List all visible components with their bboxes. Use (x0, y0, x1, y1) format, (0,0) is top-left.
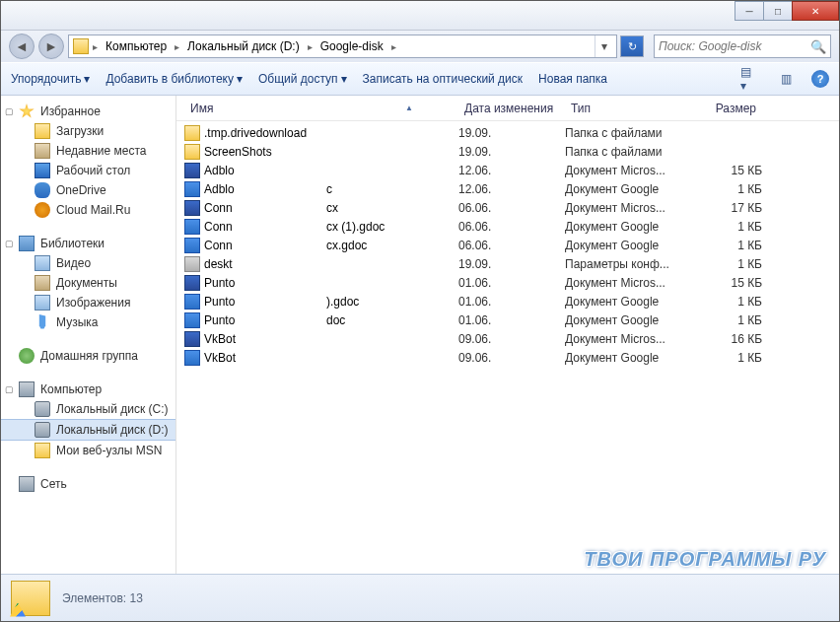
sidebar-item-images[interactable]: Изображения (1, 293, 175, 312)
address-dropdown[interactable]: ▾ (595, 35, 612, 57)
recent-icon (35, 143, 50, 159)
images-icon (35, 295, 50, 311)
file-size: 1 КБ (693, 295, 762, 309)
file-row[interactable]: Conncx.gdoc06.06.Документ Google1 КБ (176, 236, 839, 254)
add-library-menu[interactable]: Добавить в библиотеку ▾ (105, 72, 243, 86)
column-header-date[interactable]: Дата изменения (458, 102, 565, 115)
sidebar-item-downloads[interactable]: Загрузки (1, 121, 175, 141)
forward-button[interactable]: ► (38, 34, 64, 59)
file-row[interactable]: Conncx (1).gdoc06.06.Документ Google1 КБ (176, 217, 839, 236)
chevron-right-icon[interactable]: ▸ (306, 41, 315, 52)
file-row[interactable]: Conncx06.06.Документ Micros...17 КБ (176, 198, 839, 217)
file-date: 09.06. (458, 351, 565, 365)
address-bar[interactable]: ▸ Компьютер ▸ Локальный диск (D:) ▸ Goog… (68, 35, 617, 58)
file-name: Punto (204, 313, 235, 327)
file-name: Punto (204, 295, 235, 309)
search-input[interactable] (659, 39, 810, 53)
sidebar-item-drive-c[interactable]: Локальный диск (C:) (1, 399, 175, 419)
file-name: Punto (204, 276, 235, 290)
file-row[interactable]: Puntodoc01.06.Документ Google1 КБ (176, 311, 839, 329)
gdoc-icon (184, 181, 200, 197)
minimize-button[interactable]: ─ (735, 1, 764, 21)
crumb-drive-d[interactable]: Локальный диск (D:) (183, 39, 304, 53)
sidebar-homegroup[interactable]: Домашняя группа (1, 346, 175, 366)
collapse-icon[interactable]: ▢ (5, 239, 14, 248)
file-type: Параметры конф... (565, 257, 693, 271)
sidebar-item-recent[interactable]: Недавние места (1, 141, 175, 161)
collapse-icon[interactable]: ▢ (5, 384, 14, 394)
file-name: ScreenShots (204, 145, 272, 159)
view-options-icon[interactable]: ▤ ▾ (740, 69, 760, 89)
search-icon[interactable]: 🔍 (810, 39, 826, 54)
file-list[interactable]: .tmp.drivedownload19.09.Папка с файламиS… (176, 121, 839, 574)
file-row[interactable]: Punto).gdoc01.06.Документ Google1 КБ (176, 292, 839, 311)
sidebar-favorites[interactable]: ▢Избранное (1, 102, 175, 121)
maximize-button[interactable]: □ (763, 1, 793, 21)
file-size: 1 КБ (693, 239, 762, 252)
file-name-ext: cx (1).gdoc (326, 220, 458, 234)
sidebar-item-desktop[interactable]: Рабочий стол (1, 161, 175, 180)
file-name-ext: cx (326, 201, 458, 215)
crumb-google-disk[interactable]: Google-disk (316, 39, 387, 53)
drive-icon (35, 401, 50, 417)
organize-menu[interactable]: Упорядочить ▾ (11, 72, 90, 86)
file-row[interactable]: VkBot09.06.Документ Google1 КБ (176, 348, 839, 367)
sidebar-item-video[interactable]: Видео (1, 253, 175, 273)
column-header-name[interactable]: Имя▲ (184, 102, 458, 115)
file-row[interactable]: ScreenShots19.09.Папка с файлами (176, 142, 839, 161)
file-row[interactable]: .tmp.drivedownload19.09.Папка с файлами (176, 123, 839, 142)
file-type: Документ Micros... (565, 332, 693, 346)
titlebar: ─ □ ✕ (1, 1, 839, 31)
help-icon[interactable]: ? (811, 70, 829, 88)
file-date: 09.06. (458, 332, 565, 346)
file-name: Conn (204, 239, 233, 252)
nav-bar: ◄ ► ▸ Компьютер ▸ Локальный диск (D:) ▸ … (1, 31, 839, 62)
homegroup-icon (19, 348, 35, 364)
sidebar-item-onedrive[interactable]: OneDrive (1, 180, 175, 200)
file-date: 01.06. (458, 313, 565, 327)
file-type: Документ Micros... (565, 201, 693, 215)
back-button[interactable]: ◄ (9, 34, 35, 59)
chevron-right-icon[interactable]: ▸ (91, 41, 100, 52)
file-name-ext: c (326, 182, 458, 196)
file-list-pane: Имя▲ Дата изменения Тип Размер .tmp.driv… (176, 96, 839, 574)
sidebar-libraries[interactable]: ▢Библиотеки (1, 234, 175, 253)
file-name: Adblo (204, 164, 235, 177)
downloads-icon (35, 123, 50, 139)
file-name: Conn (204, 201, 233, 215)
sidebar-computer[interactable]: ▢Компьютер (1, 380, 175, 399)
sidebar-item-documents[interactable]: Документы (1, 273, 175, 293)
sidebar-item-music[interactable]: Музыка (1, 312, 175, 332)
folder-icon (184, 125, 200, 141)
crumb-computer[interactable]: Компьютер (102, 39, 171, 53)
file-name-ext: cx.gdoc (326, 239, 458, 252)
close-button[interactable]: ✕ (792, 1, 839, 21)
sidebar-item-msn[interactable]: Мои веб-узлы MSN (1, 441, 175, 460)
sidebar-network[interactable]: Сеть (1, 474, 175, 494)
preview-pane-icon[interactable]: ▥ (776, 69, 796, 89)
file-row[interactable]: deskt19.09.Параметры конф...1 КБ (176, 254, 839, 273)
file-type: Документ Google (565, 313, 693, 327)
file-date: 06.06. (458, 239, 565, 252)
documents-icon (35, 275, 50, 291)
share-menu[interactable]: Общий доступ ▾ (258, 72, 347, 86)
refresh-button[interactable]: ↻ (620, 35, 644, 57)
sidebar-item-cloudmail[interactable]: Cloud Mail.Ru (1, 200, 175, 220)
file-row[interactable]: Adblo12.06.Документ Micros...15 КБ (176, 161, 839, 179)
file-row[interactable]: VkBot09.06.Документ Micros...16 КБ (176, 329, 839, 348)
collapse-icon[interactable]: ▢ (5, 106, 14, 116)
word-icon (184, 275, 200, 291)
chevron-right-icon[interactable]: ▸ (389, 41, 398, 52)
burn-button[interactable]: Записать на оптический диск (363, 72, 524, 86)
file-type: Документ Google (565, 220, 693, 234)
file-size: 16 КБ (693, 332, 762, 346)
search-box[interactable]: 🔍 (654, 35, 831, 58)
file-row[interactable]: Adbloc12.06.Документ Google1 КБ (176, 179, 839, 198)
column-header-type[interactable]: Тип (565, 102, 693, 115)
drive-icon (35, 422, 50, 438)
sidebar-item-drive-d[interactable]: Локальный диск (D:) (1, 419, 175, 441)
new-folder-button[interactable]: Новая папка (538, 72, 607, 86)
file-row[interactable]: Punto01.06.Документ Micros...15 КБ (176, 273, 839, 292)
chevron-right-icon[interactable]: ▸ (173, 41, 181, 52)
column-header-size[interactable]: Размер (693, 102, 762, 115)
